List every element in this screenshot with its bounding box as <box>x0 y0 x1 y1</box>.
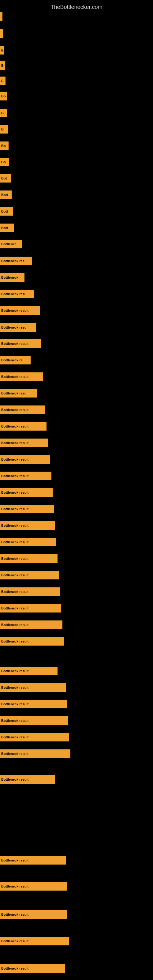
bar-label: Bottleneck result <box>1 573 29 577</box>
bar-label: Bo <box>1 160 6 164</box>
result-bar: Bottleneck result <box>0 472 51 480</box>
bar-row: Bottleneck result <box>0 306 153 315</box>
bar-label: Bottleneck resu <box>1 292 27 296</box>
bar-row: Bott <box>0 191 153 199</box>
bar-row: Bottleneck result <box>0 667 153 675</box>
bar-row: Bottleneck result <box>0 505 153 513</box>
bar-label: Bottleneck result <box>1 752 29 756</box>
result-bar <box>0 12 2 21</box>
result-bar: Bottleneck resu <box>0 323 36 332</box>
result-bar: Bottleneck resu <box>0 290 34 298</box>
bar-row: B <box>0 61 153 70</box>
bar-row: Bottleneck result <box>0 937 153 945</box>
bar-label: Bottleneck resu <box>1 326 27 329</box>
bar-label: Bottleneck result <box>1 342 29 345</box>
result-bar: Bottleneck result <box>0 856 66 865</box>
bar-row: Bottleneck <box>0 273 153 282</box>
bar-row: Bo <box>0 142 153 150</box>
bar-label: Bottleneck result <box>1 309 29 312</box>
result-bar: Bottleneck re <box>0 356 30 364</box>
bar-row: Bot <box>0 174 153 183</box>
bar-label: Bottleneck result <box>1 441 29 445</box>
result-bar: Bottleneck result <box>0 306 40 315</box>
result-bar: Bottleneck result <box>0 587 60 596</box>
result-bar: Bottleneck result <box>0 937 69 945</box>
result-bar: Bottleneck result <box>0 439 48 447</box>
bar-row: Bottleneck result <box>0 339 153 348</box>
bar-label: Bottleneck result <box>1 702 29 706</box>
bar-row: Bottleneck result <box>0 733 153 741</box>
bar-row: Bottleneck resu <box>0 290 153 298</box>
result-bar: Bottleneck result <box>0 716 68 725</box>
bar-row: Bottleneck result <box>0 964 153 973</box>
result-bar: Bottleneck result <box>0 505 54 513</box>
result-bar: Bottleneck result <box>0 554 57 563</box>
bar-label: Bottlenec <box>1 242 16 246</box>
bar-label: Bottleneck result <box>1 640 29 643</box>
bar-label: Bottleneck <box>1 275 18 279</box>
result-bar: B <box>0 125 8 134</box>
result-bar: Bottleneck result <box>0 455 50 464</box>
result-bar: Bottleneck result <box>0 700 67 708</box>
bar-label: Bottleneck result <box>1 408 29 412</box>
bar-label: Bottleneck result <box>1 524 29 527</box>
bar-label: Bottleneck result <box>1 913 29 916</box>
result-bar: Bott <box>0 207 13 216</box>
bar-label: E <box>1 48 3 52</box>
result-bar: Bottleneck resu <box>0 389 37 398</box>
bar-row: Bottleneck res <box>0 257 153 265</box>
bar-row: Bottleneck result <box>0 571 153 579</box>
bar-row: Bottleneck result <box>0 521 153 530</box>
bar-row: B <box>0 125 153 134</box>
bar-label: Bottleneck resu <box>1 391 27 395</box>
result-bar: Bottleneck result <box>0 604 61 612</box>
bar-label: B <box>1 127 4 131</box>
bar-label: Bottleneck result <box>1 669 29 673</box>
bar-label: Bottleneck result <box>1 590 29 593</box>
result-bar: E <box>0 46 4 54</box>
bar-label: Bottleneck result <box>1 735 29 739</box>
bar-row: Bottleneck resu <box>0 323 153 332</box>
bar-row: Bottleneck result <box>0 472 153 480</box>
result-bar: Bottleneck result <box>0 422 46 431</box>
bar-row: Bottleneck result <box>0 716 153 725</box>
bar-row: Bottleneck result <box>0 455 153 464</box>
bar-label: Bottleneck result <box>1 474 29 478</box>
bar-label: B <box>1 64 4 67</box>
bar-row: Bottleneck result <box>0 683 153 692</box>
result-bar: E <box>0 76 5 85</box>
result-bar: Bottleneck result <box>0 372 43 381</box>
bar-label: Bott <box>1 210 8 213</box>
result-bar: Bottleneck result <box>0 339 41 348</box>
bar-row: Bottleneck result <box>0 700 153 708</box>
result-bar: Bottleneck result <box>0 667 57 675</box>
result-bar: Bottleneck result <box>0 620 62 629</box>
bar-row: Bottleneck result <box>0 604 153 612</box>
bar-label: Bottleneck result <box>1 540 29 544</box>
result-bar: B <box>0 109 7 117</box>
bar-row: Bo <box>0 158 153 166</box>
bar-row: Bottleneck result <box>0 910 153 919</box>
result-bar: Bottleneck result <box>0 538 56 546</box>
result-bar: B <box>0 61 5 70</box>
bar-label: Bo <box>1 144 6 148</box>
result-bar: Bottleneck result <box>0 964 65 973</box>
result-bar: Bottleneck result <box>0 637 64 646</box>
bar-row: Bottleneck re <box>0 356 153 364</box>
bar-row: Bottleneck result <box>0 372 153 381</box>
bar-row: Bottleneck resu <box>0 389 153 398</box>
result-bar: Bott <box>0 224 14 232</box>
bar-row: Bottleneck result <box>0 775 153 784</box>
bar-row: Bottleneck result <box>0 856 153 865</box>
bar-label: Bot <box>1 177 7 180</box>
bar-row: Bott <box>0 224 153 232</box>
bar-row: Bott <box>0 207 153 216</box>
bar-label: Bottleneck result <box>1 606 29 610</box>
bar-row: Bottleneck result <box>0 587 153 596</box>
result-bar: Bo <box>0 142 9 150</box>
result-bar: Bottleneck <box>0 273 24 282</box>
result-bar: Bottleneck result <box>0 488 53 497</box>
result-bar: Bottlenec <box>0 240 22 248</box>
result-bar: Bottleneck result <box>0 733 69 741</box>
result-bar: Bottleneck result <box>0 749 70 758</box>
